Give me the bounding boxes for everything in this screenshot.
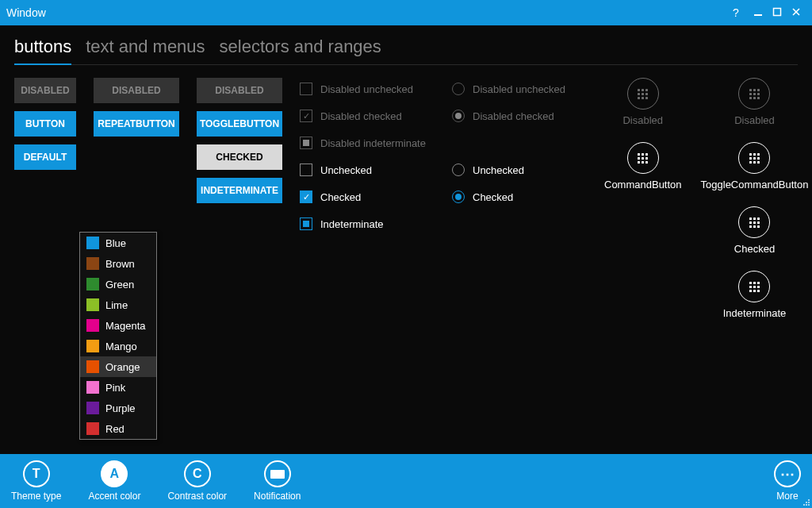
checkbox-label: Disabled unchecked — [320, 83, 413, 95]
appbar-label: More — [776, 491, 798, 502]
button-column: DISABLED BUTTON DEFAULT — [14, 78, 76, 170]
color-option-label: Red — [105, 423, 124, 435]
tab-selectors-ranges[interactable]: selectors and ranges — [220, 33, 381, 64]
cmd-label: Indeterminate — [723, 307, 787, 319]
toggle-indeterminate[interactable]: INDETERMINATE — [197, 178, 282, 203]
radio-unchecked[interactable]: Unchecked — [452, 164, 587, 176]
radio-label: Disabled unchecked — [473, 83, 565, 95]
content-area: buttons text and menus selectors and ran… — [0, 25, 812, 454]
cmd-label: Disabled — [622, 114, 663, 126]
button-main[interactable]: BUTTON — [14, 111, 76, 137]
color-swatch-icon — [86, 402, 99, 414]
tab-text-menus[interactable]: text and menus — [86, 33, 205, 64]
checkbox-indeterminate[interactable]: Indeterminate — [300, 217, 435, 230]
cmd-label: ToggleCommandButton — [701, 179, 809, 190]
svg-point-6 — [803, 504, 805, 506]
color-swatch-icon — [86, 319, 99, 332]
color-option-label: Lime — [105, 299, 128, 311]
titlebar: Window ? — [0, 0, 812, 25]
checkbox-column: Disabled unchecked Disabled checked Disa… — [300, 78, 435, 230]
color-option-orange[interactable]: Orange — [80, 356, 156, 377]
cmd-disabled-2: Disabled — [734, 78, 775, 126]
checkbox-icon — [300, 190, 312, 203]
color-option-pink[interactable]: Pink — [80, 377, 156, 398]
color-option-mango[interactable]: Mango — [80, 336, 156, 356]
radio-icon — [452, 110, 465, 122]
cmd-label: Checked — [734, 243, 775, 255]
letter-c-icon: C — [184, 460, 211, 487]
radio-checked[interactable]: Checked — [452, 190, 587, 203]
svg-point-7 — [808, 502, 810, 503]
appbar-theme-type[interactable]: T Theme type — [11, 460, 61, 502]
button-disabled: DISABLED — [14, 78, 76, 103]
commandbutton-area: Disabled CommandButton Disabled ToggleCo… — [604, 78, 808, 319]
radio-icon — [452, 190, 465, 203]
grid-icon[interactable] — [738, 142, 770, 174]
color-swatch-icon — [86, 360, 99, 373]
color-option-purple[interactable]: Purple — [80, 398, 156, 418]
close-button[interactable] — [787, 6, 806, 19]
repeatbutton-column: DISABLED REPEATBUTTON — [94, 78, 179, 137]
color-option-magenta[interactable]: Magenta — [80, 315, 156, 336]
color-option-label: Purple — [105, 402, 136, 414]
color-swatch-icon — [86, 340, 99, 352]
radio-label: Unchecked — [473, 164, 524, 176]
grid-icon[interactable] — [738, 206, 770, 238]
color-option-label: Magenta — [105, 320, 146, 332]
checkbox-label: Disabled indeterminate — [320, 137, 426, 149]
color-option-lime[interactable]: Lime — [80, 294, 156, 315]
checkbox-icon — [300, 217, 312, 230]
button-default[interactable]: DEFAULT — [14, 144, 76, 170]
color-option-label: Green — [105, 279, 134, 291]
color-swatch-icon — [86, 422, 99, 435]
color-option-red[interactable]: Red — [80, 418, 156, 439]
cmd-label: Disabled — [734, 114, 775, 126]
svg-point-9 — [808, 499, 810, 501]
toggle-main[interactable]: TOGGLEBUTTON — [197, 111, 282, 137]
color-option-label: Mango — [105, 341, 137, 352]
checkbox-icon — [300, 137, 312, 149]
svg-point-8 — [806, 502, 807, 503]
notification-icon — [264, 460, 291, 487]
repeat-main[interactable]: REPEATBUTTON — [94, 111, 179, 137]
toggle-checked[interactable]: CHECKED — [197, 144, 282, 170]
resize-grip-icon[interactable] — [801, 497, 810, 506]
cmd-commandbutton: CommandButton — [604, 142, 682, 190]
appbar-label: Notification — [254, 491, 301, 502]
radio-icon — [452, 83, 465, 95]
radio-disabled-checked: Disabled checked — [452, 110, 587, 122]
grid-icon — [627, 78, 659, 110]
maximize-button[interactable] — [768, 6, 787, 19]
appbar-more[interactable]: ⋯ More — [774, 460, 801, 502]
cmd-togglecommandbutton: ToggleCommandButton — [701, 142, 809, 190]
color-option-brown[interactable]: Brown — [80, 253, 156, 274]
radio-label: Checked — [473, 191, 513, 203]
checkbox-unchecked[interactable]: Unchecked — [300, 164, 435, 176]
help-button[interactable]: ? — [726, 6, 745, 19]
color-option-blue[interactable]: Blue — [80, 233, 156, 253]
appbar-label: Theme type — [11, 491, 61, 502]
appbar-contrast-color[interactable]: C Contrast color — [167, 460, 227, 502]
tab-buttons[interactable]: buttons — [14, 33, 71, 65]
checkbox-icon — [300, 83, 312, 95]
color-option-label: Blue — [105, 237, 126, 249]
grid-icon[interactable] — [627, 142, 659, 174]
checkbox-label: Indeterminate — [320, 218, 384, 230]
checkbox-label: Checked — [320, 191, 361, 203]
color-option-label: Pink — [105, 382, 125, 394]
appbar-label: Accent color — [88, 491, 140, 502]
more-icon: ⋯ — [774, 460, 801, 487]
minimize-button[interactable] — [749, 6, 768, 19]
accent-color-dropdown[interactable]: BlueBrownGreenLimeMagentaMangoOrangePink… — [79, 232, 157, 440]
checkbox-label: Disabled checked — [320, 110, 402, 122]
grid-icon[interactable] — [738, 271, 770, 302]
appbar-accent-color[interactable]: A Accent color — [88, 460, 140, 502]
color-option-green[interactable]: Green — [80, 274, 156, 294]
radio-label: Disabled checked — [473, 110, 554, 122]
checkbox-disabled-unchecked: Disabled unchecked — [300, 83, 435, 95]
appbar-notification[interactable]: Notification — [254, 460, 301, 502]
checkbox-checked[interactable]: Checked — [300, 190, 435, 203]
window-title: Window — [6, 6, 726, 19]
toggle-disabled: DISABLED — [197, 78, 282, 103]
svg-point-5 — [806, 504, 807, 506]
